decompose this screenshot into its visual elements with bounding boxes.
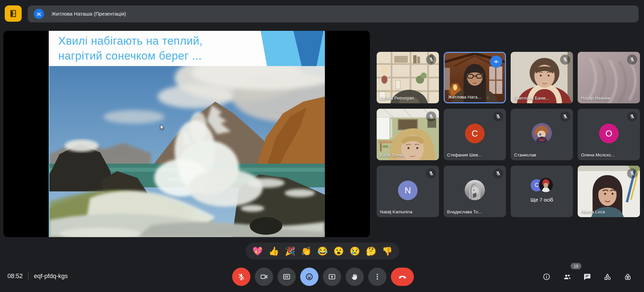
participant-tile[interactable]: C Стефания Шев...	[444, 109, 506, 160]
microphone-off-button[interactable]	[232, 268, 250, 286]
mic-off-badge	[627, 55, 637, 65]
chat-panel-button[interactable]	[583, 273, 591, 281]
participant-name: Станислав	[514, 152, 536, 158]
participant-tile[interactable]: Светлана Бахм...	[511, 52, 573, 103]
end-call-button[interactable]	[391, 268, 414, 286]
participant-name: Олена Мєлєхо...	[581, 152, 615, 158]
slide-title-text: Хвилі набігають на теплий,нагрітий сонеч…	[58, 34, 203, 63]
slide-title-band: Хвилі набігають на теплий,нагрітий сонеч…	[49, 31, 325, 66]
reaction-party-popper[interactable]: 🎉	[285, 243, 295, 259]
participant-name: Владислава То...	[447, 209, 482, 214]
reaction-thinking[interactable]: 🤔	[366, 243, 376, 259]
participant-tile[interactable]: Юлія Топчій	[377, 109, 439, 160]
mic-off-badge	[493, 111, 503, 122]
slide-corner-ribbon	[261, 31, 325, 66]
participant-name: Назар Иванюк	[581, 96, 610, 101]
profile-photo-avatar	[465, 180, 485, 200]
participant-tile[interactable]: Назар Иванюк	[578, 52, 640, 103]
mic-off-badge	[426, 55, 436, 65]
shared-slide: Хвилі набігають на теплий,нагрітий сонеч…	[49, 31, 325, 237]
clock-time: 08:52	[7, 273, 23, 280]
camera-button[interactable]	[255, 268, 273, 286]
reaction-sparkling-heart[interactable]: 💖	[252, 243, 263, 259]
participant-tile[interactable]: Станислав	[511, 109, 573, 160]
meeting-code: eqf-pfdq-kgs	[34, 273, 68, 280]
reaction-laughing[interactable]: 😂	[317, 243, 328, 259]
initial-avatar: N	[398, 181, 418, 200]
reaction-clapping-hands[interactable]: 👏	[301, 243, 312, 259]
control-bar	[232, 268, 414, 286]
mic-off-badge	[560, 55, 570, 65]
profile-photo-avatar	[532, 123, 552, 143]
participant-grid: Inessa Petrosyan	[377, 52, 640, 217]
participant-tile[interactable]: Inessa Petrosyan	[377, 52, 439, 103]
presenter-avatar: Ж	[34, 9, 44, 19]
people-panel-button[interactable]	[563, 273, 571, 281]
participant-name: Natalj Kamunina	[380, 209, 412, 214]
mic-off-badge	[426, 111, 436, 122]
present-screen-button[interactable]	[323, 268, 341, 286]
participant-name: Юлія Топчій	[380, 152, 404, 158]
overflow-tile[interactable]: C Ще 7 осіб	[511, 166, 573, 217]
overflow-avatars: C	[531, 178, 553, 193]
participant-name: Житлова Ната...	[448, 95, 481, 100]
speaking-indicator	[490, 56, 502, 68]
participant-tile[interactable]: Hanna Loza	[578, 166, 640, 217]
mouse-cursor	[160, 124, 164, 131]
slide-photo-seascape	[49, 66, 326, 237]
mic-off-badge	[627, 111, 637, 122]
mic-off-badge	[426, 168, 436, 179]
participant-count-badge: 19	[571, 263, 581, 269]
participant-tile[interactable]: Владислава То...	[444, 166, 506, 217]
reaction-surprised[interactable]: 😮	[333, 243, 344, 259]
presentation-stage[interactable]: Хвилі набігають на теплий,нагрітий сонеч…	[3, 31, 370, 237]
reaction-thumbs-down[interactable]: 👎	[382, 243, 393, 259]
profile-photo-avatar	[539, 178, 553, 192]
app-logo-door-icon[interactable]	[5, 5, 22, 22]
mic-off-badge	[627, 168, 637, 179]
raise-hand-button[interactable]	[346, 268, 364, 286]
participant-tile-speaking[interactable]: Житлова Ната...	[444, 52, 506, 103]
presentation-title-bar: Ж Житлова Наташа (Презентація)	[28, 5, 639, 22]
participant-tile[interactable]: N Natalj Kamunina	[377, 166, 439, 217]
participant-name: Светлана Бахм...	[514, 96, 549, 101]
initial-avatar: O	[599, 124, 619, 143]
participant-name: Стефания Шев...	[447, 152, 482, 158]
reactions-bar: 💖 👍 🎉 👏 😂 😮 😢 🤔 👎	[246, 243, 399, 259]
activities-button[interactable]	[603, 273, 612, 281]
mic-off-badge	[560, 111, 570, 122]
participant-name: Inessa Petrosyan	[380, 96, 414, 101]
divider	[28, 272, 28, 280]
mic-off-badge	[493, 168, 503, 179]
initial-avatar: C	[465, 124, 485, 143]
meeting-panels	[542, 273, 632, 281]
participant-tile[interactable]: O Олена Мєлєхо...	[578, 109, 640, 160]
reaction-thumbs-up[interactable]: 👍	[269, 243, 279, 259]
host-controls-button[interactable]	[624, 273, 632, 281]
participant-name: Hanna Loza	[581, 209, 605, 214]
more-options-button[interactable]	[368, 268, 386, 286]
reaction-crying[interactable]: 😢	[350, 243, 360, 259]
captions-button[interactable]	[277, 268, 296, 286]
meeting-status: 08:52 eqf-pfdq-kgs	[7, 272, 68, 280]
meeting-info-button[interactable]	[542, 273, 551, 281]
reactions-button-active[interactable]	[300, 268, 318, 286]
more-participants-label: Ще 7 осіб	[511, 197, 573, 203]
door-icon	[9, 9, 18, 18]
presentation-title: Житлова Наташа (Презентація)	[51, 5, 126, 22]
